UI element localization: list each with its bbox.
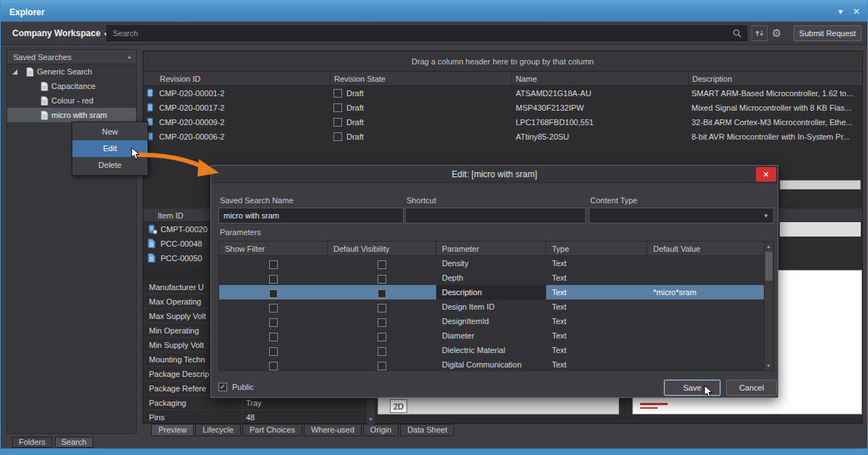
default-visibility-checkbox[interactable]: [378, 304, 386, 312]
saved-search-name-input[interactable]: [218, 208, 404, 224]
column-header-show-filter[interactable]: Show Filter: [219, 242, 328, 256]
file-item-icon: [148, 253, 156, 263]
column-header-item-id[interactable]: Item ID: [158, 208, 183, 223]
tab-part-choices[interactable]: Part Choices: [242, 424, 302, 436]
tree-item-capacitance[interactable]: Capacitance: [7, 79, 136, 93]
param-row[interactable]: Dielectric Material Text: [219, 343, 765, 357]
saved-searches-header[interactable]: Saved Searches ▴: [7, 50, 136, 64]
show-filter-checkbox[interactable]: [269, 304, 278, 312]
settings-gear-icon[interactable]: ⚙: [772, 27, 781, 40]
param-row[interactable]: DesignItemId Text: [219, 314, 765, 328]
public-checkbox-row[interactable]: ✓ Public: [218, 383, 254, 391]
draft-checkbox[interactable]: [333, 118, 342, 127]
param-row[interactable]: Density Text: [219, 256, 765, 271]
draft-checkbox[interactable]: [333, 89, 342, 98]
submit-request-button[interactable]: Submit Request: [793, 25, 861, 41]
sync-button[interactable]: [752, 25, 767, 41]
content-type-label: Content Type: [590, 196, 637, 205]
column-header-default-value[interactable]: Default Value: [647, 242, 765, 256]
property-name: Min Operating: [149, 323, 199, 338]
result-row[interactable]: CMP-020-00001-2 Draft ATSAMD21G18A-AU SM…: [143, 86, 862, 101]
tab-where-used[interactable]: Where-used: [304, 424, 362, 436]
tab-folders[interactable]: Folders: [12, 437, 52, 448]
state-cell: Draft: [346, 101, 364, 115]
tree-item-colour-red[interactable]: Colour - red: [7, 93, 136, 108]
parameters-scrollbar[interactable]: ▲ ▼: [764, 242, 773, 370]
param-row[interactable]: Depth Text: [219, 271, 765, 285]
tab-preview[interactable]: Preview: [151, 424, 194, 436]
group-by-hint[interactable]: Drag a column header here to group by th…: [143, 51, 862, 72]
column-header-revision-state[interactable]: Revision State: [331, 72, 512, 86]
shortcut-input[interactable]: [405, 208, 586, 224]
draft-checkbox[interactable]: [333, 103, 342, 112]
default-visibility-checkbox[interactable]: [378, 318, 386, 327]
scrollbar-thumb[interactable]: [765, 252, 773, 281]
property-row[interactable]: PackagingTray: [143, 396, 366, 410]
search-box: [106, 25, 747, 41]
mouse-cursor: [704, 385, 713, 399]
column-header-parameter[interactable]: Parameter: [436, 242, 546, 256]
document-icon: [41, 82, 48, 91]
show-filter-checkbox[interactable]: [269, 318, 278, 327]
collapse-icon[interactable]: ▴: [128, 50, 131, 64]
property-name: Package Refere: [149, 381, 206, 396]
content-type-dropdown[interactable]: ▾: [589, 208, 774, 224]
param-row[interactable]: Design Item ID Text: [219, 299, 765, 314]
titlebar[interactable]: Explorer ▾ ✕: [1, 3, 867, 22]
show-filter-checkbox[interactable]: [269, 289, 278, 298]
preview-toolbar-band: 2D: [378, 397, 619, 414]
param-row-selected[interactable]: Description Text *micro*sram: [219, 285, 765, 299]
result-row[interactable]: CMP-020-00017-2 Draft MSP430F2132IPW Mix…: [143, 101, 862, 115]
tree-expander-icon[interactable]: [12, 69, 18, 75]
default-visibility-checkbox[interactable]: [378, 260, 386, 269]
view-2d-button[interactable]: 2D: [390, 399, 407, 413]
panel-menu-icon[interactable]: ▾: [838, 7, 843, 17]
draft-checkbox[interactable]: [333, 132, 342, 141]
column-header-revision-id[interactable]: Revision ID: [156, 72, 331, 86]
param-type-cell: Text: [552, 343, 566, 357]
param-row[interactable]: Digital Communication Text: [219, 357, 765, 372]
detail-tab-bar: Preview Lifecycle Part Choices Where-use…: [151, 424, 454, 436]
column-header-description[interactable]: Description: [689, 72, 862, 86]
dropdown-caret-icon[interactable]: ▾: [760, 209, 773, 222]
show-filter-checkbox[interactable]: [269, 333, 278, 341]
result-row[interactable]: CMP-020-00006-2 Draft ATtiny85-20SU 8-bi…: [143, 129, 862, 144]
scroll-down-icon[interactable]: ▼: [367, 414, 375, 424]
show-filter-checkbox[interactable]: [269, 275, 278, 284]
tree-item-micro-with-sram[interactable]: micro with sram: [7, 108, 136, 122]
window-title: Explorer: [9, 7, 45, 17]
column-header-name[interactable]: Name: [512, 72, 689, 86]
default-visibility-checkbox[interactable]: [378, 362, 386, 370]
default-visibility-checkbox[interactable]: [378, 347, 386, 356]
scroll-up-icon[interactable]: ▲: [765, 242, 773, 251]
show-filter-checkbox[interactable]: [269, 362, 278, 370]
tab-origin[interactable]: Origin: [363, 424, 399, 436]
default-visibility-checkbox[interactable]: [378, 333, 386, 341]
column-header-type[interactable]: Type: [546, 242, 647, 256]
menu-item-new[interactable]: New: [72, 124, 148, 140]
close-icon[interactable]: ✕: [853, 7, 860, 17]
result-row[interactable]: CMP-020-00009-2 Draft LPC1768FBD100,551 …: [143, 115, 862, 129]
param-name-cell: Design Item ID: [436, 299, 546, 314]
search-icon[interactable]: [732, 28, 742, 39]
param-row[interactable]: Diameter Text: [219, 328, 765, 343]
property-row[interactable]: Pins48: [143, 410, 366, 425]
default-visibility-checkbox[interactable]: [378, 275, 386, 284]
cancel-button[interactable]: Cancel: [726, 380, 777, 396]
tree-item-generic-search[interactable]: Generic Search: [7, 64, 136, 79]
show-filter-checkbox[interactable]: [269, 260, 278, 269]
column-header-default-visibility[interactable]: Default Visibility: [328, 242, 436, 256]
workspace-dropdown[interactable]: Company Workspace▾: [12, 28, 107, 38]
dialog-close-icon[interactable]: ✕: [756, 167, 776, 182]
public-checkbox[interactable]: ✓: [218, 383, 227, 391]
horizontal-scrollbar[interactable]: [780, 180, 861, 190]
tab-data-sheet[interactable]: Data Sheet: [400, 424, 454, 436]
show-filter-checkbox[interactable]: [269, 347, 278, 356]
search-input[interactable]: [107, 26, 746, 41]
tab-search[interactable]: Search: [55, 437, 93, 448]
tab-lifecycle[interactable]: Lifecycle: [195, 424, 241, 436]
default-visibility-checkbox[interactable]: [378, 289, 386, 298]
tree-item-label: Capacitance: [51, 82, 95, 90]
panel-tab-bar: Folders Search: [12, 437, 93, 448]
scroll-down-icon[interactable]: ▼: [765, 361, 773, 370]
